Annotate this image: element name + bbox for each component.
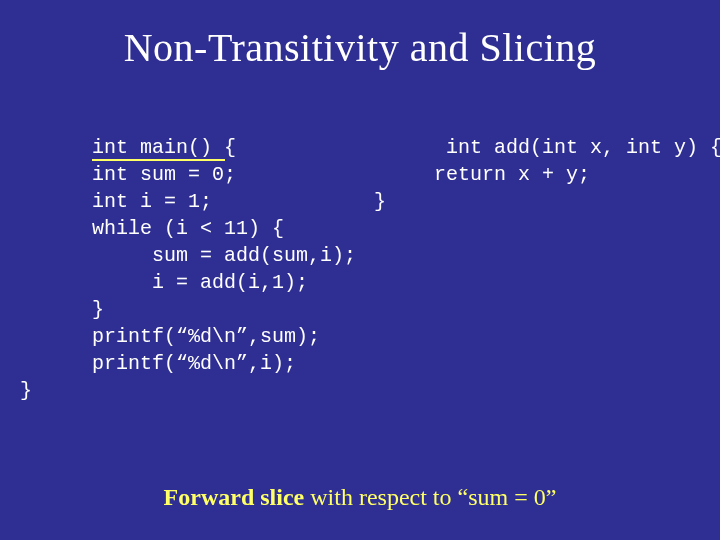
footer-rest: with respect to “sum = 0” [304,484,556,510]
slide-container: Non-Transitivity and Slicing int main() … [0,0,720,540]
code-left: int main() { int sum = 0; int i = 1; whi… [20,136,356,402]
sum-underline [92,159,225,161]
code-right-column: int add(int x, int y) { return x + y; } [374,107,720,458]
code-right: int add(int x, int y) { return x + y; } [374,136,720,213]
footer-caption: Forward slice with respect to “sum = 0” [28,484,692,511]
code-area: int main() { int sum = 0; int i = 1; whi… [20,107,692,458]
slide-title: Non-Transitivity and Slicing [28,24,692,71]
code-left-column: int main() { int sum = 0; int i = 1; whi… [20,107,356,458]
footer-bold: Forward slice [164,484,305,510]
